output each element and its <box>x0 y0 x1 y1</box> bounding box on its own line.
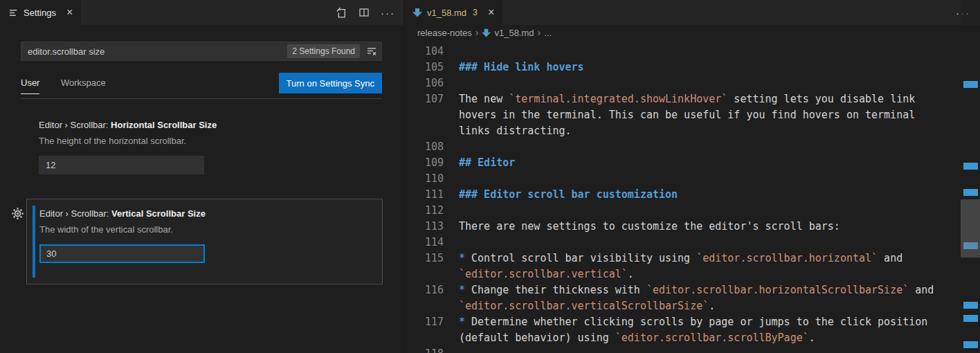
code-segment: hovers in the terminal. This can be usef… <box>459 109 915 121</box>
search-match-mark <box>963 341 978 348</box>
settings-search-input[interactable] <box>28 46 287 57</box>
line-number: 106 <box>404 75 444 91</box>
close-tab-icon[interactable]: × <box>66 7 73 18</box>
line-content: links distracting. <box>459 123 572 139</box>
code-line: 117* Determine whether clicking scrolls … <box>404 314 961 330</box>
code-segment: There are new settings to customize the … <box>459 220 840 233</box>
search-match-mark <box>963 315 978 322</box>
code-line: 110 <box>404 171 961 187</box>
line-number: 114 <box>404 235 444 251</box>
setting-name: Horizontal Scrollbar Size <box>111 120 217 130</box>
settings-editor-pane: Settings × ··· 2 Settings Found <box>0 0 403 353</box>
code-line: hovers in the terminal. This can be usef… <box>404 107 961 123</box>
line-number: 111 <box>404 187 444 203</box>
line-number: 107 <box>404 91 444 107</box>
line-content: ### Editor scroll bar customization <box>459 187 678 203</box>
line-content: `editor.scrollbar.vertical`. <box>459 266 634 282</box>
chevron-right-icon: › <box>475 27 479 38</box>
line-content: hovers in the terminal. This can be usef… <box>459 107 915 123</box>
code-line: 111### Editor scroll bar customization <box>404 187 961 203</box>
setting-name: Vertical Scrollbar Size <box>111 208 206 219</box>
markdown-file-icon <box>412 8 422 17</box>
code-line: 109## Editor <box>404 155 961 171</box>
code-segment: Change their thickness with <box>471 284 646 296</box>
overview-ruler <box>961 0 980 353</box>
code-line: 118 <box>404 346 961 353</box>
code-line: 116* Change their thickness with `editor… <box>404 282 961 298</box>
code-segment: and <box>878 252 902 264</box>
tab-settings[interactable]: Settings × <box>0 0 81 25</box>
clear-filters-icon[interactable] <box>366 46 377 57</box>
breadcrumb: release-notes › v1_58.md › ... <box>404 25 980 40</box>
search-match-mark <box>963 163 978 170</box>
code-segment: . <box>709 300 715 312</box>
split-editor-icon[interactable] <box>359 7 370 18</box>
code-segment: ## Editor <box>459 156 515 169</box>
line-number <box>404 266 444 282</box>
code-segment: . <box>809 332 815 344</box>
code-line: `editor.scrollbar.verticalScrollbarSize`… <box>404 298 961 314</box>
code-line: `editor.scrollbar.vertical`. <box>404 266 961 282</box>
setting-value-input[interactable] <box>39 244 205 263</box>
code-editor[interactable]: 104105### Hide link hovers106107The new … <box>404 44 961 353</box>
setting-description: The height of the horizontal scrollbar. <box>39 136 383 146</box>
line-number: 104 <box>404 44 444 60</box>
line-content: There are new settings to customize the … <box>459 219 840 235</box>
tab-v1-58-md[interactable]: v1_58.md 3 × <box>404 0 502 25</box>
code-segment: * <box>459 284 471 296</box>
modified-indicator-bar <box>33 206 35 278</box>
code-segment: ### Editor scroll bar customization <box>459 188 678 201</box>
close-tab-icon[interactable]: × <box>488 7 494 18</box>
code-segment: * <box>459 252 471 264</box>
setting-row[interactable]: Editor › Scrollbar: Vertical Scrollbar S… <box>26 199 383 284</box>
line-content: * Determine whether clicking scrolls by … <box>459 314 927 330</box>
chevron-right-icon: › <box>538 27 541 38</box>
code-segment: and <box>909 284 934 296</box>
scope-tab-user[interactable]: User <box>21 72 39 94</box>
line-content: The new `terminal.integrated.showLinkHov… <box>459 91 915 107</box>
tab-problems-badge: 3 <box>473 8 478 17</box>
code-segment: `terminal.integrated.showLinkHover` <box>509 93 727 105</box>
line-content: `editor.scrollbar.verticalScrollbarSize`… <box>459 298 715 314</box>
vscode-window: Settings × ··· 2 Settings Found <box>0 0 980 353</box>
code-segment: * <box>459 316 471 328</box>
line-number <box>404 107 444 123</box>
code-segment: The new <box>459 93 509 105</box>
code-segment: `editor.scrollbar.scrollByPage` <box>615 332 809 344</box>
code-segment: . <box>628 268 634 280</box>
tab-file-label: v1_58.md <box>427 8 466 18</box>
manage-gear-icon[interactable] <box>10 206 24 220</box>
code-segment: ### Hide link hovers <box>459 61 584 73</box>
code-line: 107The new `terminal.integrated.showLink… <box>404 91 961 107</box>
code-line: 106 <box>404 75 961 91</box>
breadcrumb-file[interactable]: v1_58.md <box>482 28 534 38</box>
breadcrumb-folder[interactable]: release-notes <box>417 28 472 38</box>
more-actions-icon[interactable]: ··· <box>381 7 395 19</box>
line-number: 108 <box>404 139 444 155</box>
left-tab-bar: Settings × ··· <box>0 0 403 25</box>
turn-on-settings-sync-button[interactable]: Turn on Settings Sync <box>279 73 382 93</box>
setting-category: Editor › Scrollbar: <box>39 120 111 130</box>
line-number: 112 <box>404 203 444 219</box>
code-segment: (default behavior) using <box>459 332 615 344</box>
line-content: * Control scroll bar visibility using `e… <box>459 251 902 266</box>
code-segment: Control scroll bar visibility using <box>471 252 696 264</box>
breadcrumb-symbol[interactable]: ... <box>544 28 552 38</box>
code-line: (default behavior) using `editor.scrollb… <box>404 330 961 346</box>
code-segment: links distracting. <box>459 125 572 137</box>
scope-tab-workspace[interactable]: Workspace <box>61 72 106 94</box>
setting-description: The width of the vertical scrollbar. <box>39 224 382 235</box>
code-line: links distracting. <box>404 123 961 139</box>
line-content: ### Hide link hovers <box>459 60 584 75</box>
code-segment: `editor.scrollbar.vertical` <box>459 268 628 280</box>
setting-value-input[interactable] <box>39 156 204 174</box>
settings-scope-row: User Workspace Turn on Settings Sync <box>21 72 382 99</box>
code-segment: `editor.scrollbar.verticalScrollbarSize` <box>459 300 709 312</box>
setting-row[interactable]: Editor › Scrollbar: Horizontal Scrollbar… <box>26 113 383 185</box>
line-number: 117 <box>404 314 444 330</box>
open-settings-json-icon[interactable] <box>336 7 347 19</box>
settings-list-icon <box>8 8 19 18</box>
line-content: (default behavior) using `editor.scrollb… <box>459 330 815 346</box>
code-segment: Determine whether clicking scrolls by pa… <box>471 316 927 328</box>
scrollbar-thumb[interactable] <box>961 199 980 257</box>
